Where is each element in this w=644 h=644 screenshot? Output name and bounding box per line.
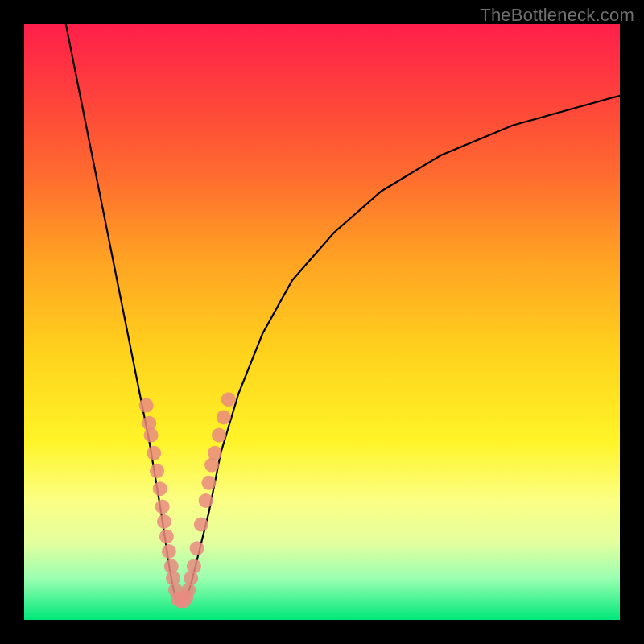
curve-svg: [24, 24, 620, 620]
dot: [166, 571, 180, 585]
dot: [190, 541, 204, 555]
dot: [212, 428, 226, 443]
dot: [162, 544, 176, 559]
dot: [217, 410, 231, 424]
dot: [194, 518, 208, 532]
dot: [139, 398, 154, 413]
dot: [221, 392, 236, 407]
dot: [155, 499, 170, 514]
scatter-dots: [139, 392, 236, 608]
dot: [153, 481, 167, 496]
right-curve: [185, 96, 620, 602]
dot: [147, 446, 161, 460]
dot: [157, 514, 171, 529]
dot: [187, 559, 201, 573]
plot-area: [24, 24, 620, 620]
watermark-text: TheBottleneck.com: [480, 5, 634, 26]
dot: [144, 428, 159, 443]
dot: [150, 464, 164, 478]
dot: [201, 476, 216, 490]
dot: [159, 529, 174, 543]
chart-frame: TheBottleneck.com: [0, 0, 644, 644]
dot: [199, 493, 213, 508]
left-curve: [66, 24, 176, 602]
dot: [208, 446, 222, 460]
dot: [181, 583, 196, 597]
